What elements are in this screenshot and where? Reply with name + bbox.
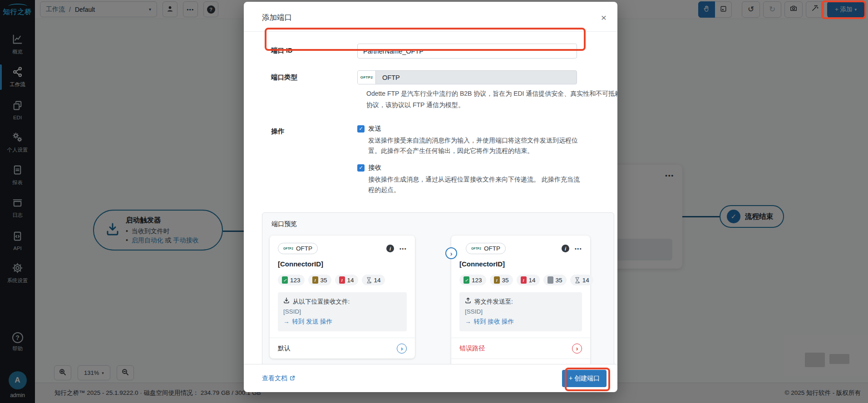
port-type-value: OFTP [376,71,577,84]
connector-id-title: [ConnectorID] [459,260,582,268]
port-preview-label: 端口预览 [271,220,607,228]
hourglass-icon [366,277,372,284]
goto-send-operation-link[interactable]: → 转到 发送 操作 [283,317,401,327]
arrow-right-icon: → [465,317,471,327]
file-count-badge: 35 [543,275,567,285]
receive-description: 接收操作生成消息，通过从远程位置接收文件来向下传递流。 此操作充当流程的起点。 [368,174,585,195]
send-operation: ✓ 发送 发送操作接受来自流的消息作为输入，并使用端口将这些文件发送到远程位置。… [357,124,585,156]
file-alert-icon: ! [312,276,318,284]
transfer-info-box: 将文件发送至: [SSID] → 转到 接收 操作 [459,292,582,331]
success-count-badge: ✓123 [459,275,486,285]
receive-port-card[interactable]: › OFTP2 OFTP i ••• [451,236,590,364]
send-port-card[interactable]: OFTP2 OFTP i ••• [ConnectorID] ✓123 [270,236,415,359]
dialog-body: 端口 ID 端口类型 OFTP2 OFTP Odette FTP 是汽车行业中流… [244,32,617,364]
chevron-right-icon[interactable]: › [397,344,407,354]
external-link-icon [290,375,295,382]
error-path-row: 错误路径 › [451,338,590,359]
goto-receive-operation-link[interactable]: → 转到 接收 操作 [465,317,577,327]
error-count-badge: !14 [335,275,358,285]
info-icon[interactable]: i [562,245,569,252]
receive-checkbox[interactable]: ✓ [357,164,365,172]
close-icon[interactable]: × [601,13,607,22]
ellipsis-icon[interactable]: ••• [575,246,582,251]
oftp-logo-icon: OFTP2 [358,71,376,84]
file-alert-icon: ! [494,276,500,284]
oftp-logo-icon: OFTP2 [471,247,481,250]
dialog-footer: 查看文档 + 创建端口 [244,364,617,392]
connector-id-title: [ConnectorID] [278,260,407,268]
pending-count-badge: 14 [570,275,593,285]
operations-options: ✓ 发送 发送操作接受来自流的消息作为输入，并使用端口将这些文件发送到远程位置。… [357,124,585,202]
dialog-header: 添加端口 × [244,2,617,32]
port-id-input[interactable] [357,44,577,59]
port-type-description: Odette FTP 是汽车行业中流行的 B2B 协议，旨在为 EDI 通信提供… [357,88,617,111]
port-type-badge: OFTP2 OFTP [466,243,506,254]
warning-count-badge: !35 [308,275,331,285]
dialog-title: 添加端口 [262,13,292,23]
info-icon[interactable]: i [386,245,394,252]
file-plain-icon [547,276,553,284]
send-description: 发送操作接受来自流的消息作为输入，并使用端口将这些文件发送到远程位置。此操作不会… [368,135,585,156]
operations-label: 操作 [271,124,357,202]
port-type-row: 端口类型 OFTP2 OFTP [262,70,607,84]
operations-row: 操作 ✓ 发送 发送操作接受来自流的消息作为输入，并使用端口将这些文件发送到远程… [262,124,607,202]
hourglass-icon [574,277,580,284]
default-path-row: 默认 › [270,338,415,359]
receive-operation: ✓ 接收 接收操作生成消息，通过从远程位置接收文件来向下传递流。 此操作充当流程… [357,163,585,195]
port-type-label: 端口类型 [271,70,357,84]
port-type-field: OFTP2 OFTP [357,70,577,84]
port-id-row: 端口 ID [262,44,607,59]
error-count-badge: !14 [517,275,540,285]
pending-count-badge: 14 [362,275,385,285]
send-checkbox[interactable]: ✓ [357,125,365,133]
warning-count-badge: !35 [490,275,513,285]
upload-tray-icon [465,297,471,307]
file-check-icon: ✓ [282,276,288,284]
file-check-icon: ✓ [464,276,469,284]
input-connector-icon[interactable]: › [445,247,457,259]
port-type-badge: OFTP2 OFTP [278,243,318,254]
port-id-label: 端口 ID [271,44,357,59]
add-port-dialog: 添加端口 × 端口 ID 端口类型 OFTP2 OFTP Odette FTP … [244,2,617,392]
status-badges: ✓123 !35 !14 35 14 [459,275,582,285]
status-badges: ✓123 !35 !14 14 [278,275,407,285]
file-alert-icon: ! [339,276,345,284]
download-tray-icon [283,297,290,307]
success-path-row: 成功路径 › [451,359,590,364]
file-alert-icon: ! [521,276,527,284]
oftp-logo-icon: OFTP2 [283,247,293,250]
transfer-info-box: 从以下位置接收文件: [SSID] → 转到 发送 操作 [278,292,407,331]
create-port-button[interactable]: + 创建端口 [562,370,607,387]
ellipsis-icon[interactable]: ••• [399,246,407,251]
ssid-value: [SSID] [465,307,577,317]
chevron-right-icon[interactable]: › [572,344,582,354]
app-root: 知行之桥 概览 工作流 EDI 个人设置 报表 [0,0,868,403]
success-count-badge: ✓123 [278,275,305,285]
ssid-value: [SSID] [283,307,401,317]
port-preview-panel: 端口预览 OFTP2 OFTP i [262,212,614,364]
view-docs-link[interactable]: 查看文档 [262,374,295,383]
arrow-right-icon: → [283,317,290,327]
